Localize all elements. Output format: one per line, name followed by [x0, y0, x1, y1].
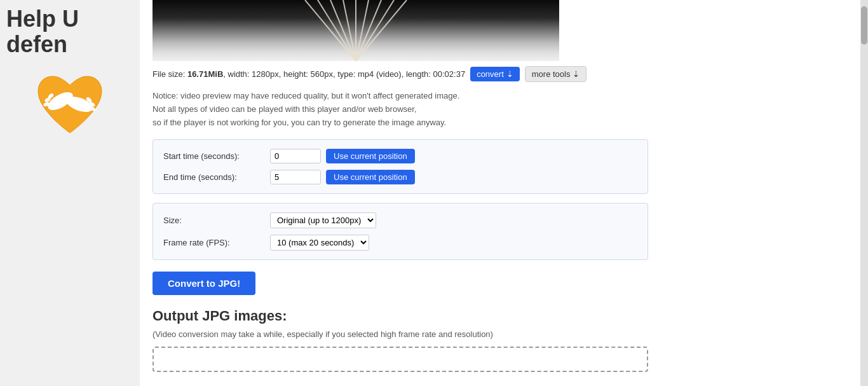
- notice-line3: so if the player is not working for you,…: [153, 116, 848, 130]
- heart-logo: [29, 63, 111, 146]
- output-section: Output JPG images: (Video conversion may…: [153, 308, 848, 372]
- svg-line-14: [356, 0, 381, 61]
- convert-down-icon: ⇣: [506, 69, 513, 79]
- scrollbar[interactable]: [860, 0, 868, 386]
- file-info-text: File size: 16.71MiB, width: 1280px, heig…: [153, 69, 465, 79]
- more-tools-down-icon: ⇣: [573, 69, 580, 79]
- start-time-input[interactable]: [270, 149, 321, 163]
- convert-button-label: convert: [477, 69, 504, 79]
- start-time-row: Start time (seconds): Use current positi…: [163, 149, 637, 163]
- size-fps-settings-panel: Size: Original (up to 1200px) Small (up …: [153, 203, 648, 260]
- scrollbar-thumb[interactable]: [861, 6, 867, 45]
- time-settings-panel: Start time (seconds): Use current positi…: [153, 139, 648, 194]
- start-time-use-position-button[interactable]: Use current position: [326, 149, 415, 163]
- file-size: 16.71MiB: [187, 69, 223, 79]
- size-row: Size: Original (up to 1200px) Small (up …: [163, 212, 637, 228]
- end-time-label: End time (seconds):: [163, 172, 265, 182]
- output-box: [153, 347, 648, 372]
- size-select[interactable]: Original (up to 1200px) Small (up to 400…: [270, 212, 376, 228]
- left-sidebar: Help U defen: [0, 0, 140, 386]
- video-preview: [153, 0, 559, 61]
- output-notice: (Video conversion may take a while, espe…: [153, 329, 848, 339]
- start-time-label: Start time (seconds):: [163, 151, 265, 161]
- notice-line2: Not all types of video can be played wit…: [153, 103, 848, 116]
- output-title: Output JPG images:: [153, 308, 848, 324]
- notice-line1: Notice: video preview may have reduced q…: [153, 90, 848, 103]
- end-time-use-position-button[interactable]: Use current position: [326, 170, 415, 184]
- video-thumbnail-graphic: [292, 0, 419, 61]
- fps-select[interactable]: 1 (max 2 minutes) 5 (max 1 minute) 10 (m…: [270, 235, 369, 251]
- sidebar-headline-line2: defen: [6, 32, 140, 57]
- notice-box: Notice: video preview may have reduced q…: [153, 90, 848, 129]
- end-time-input[interactable]: [270, 170, 321, 184]
- svg-line-16: [356, 0, 407, 61]
- fps-label: Frame rate (FPS):: [163, 238, 265, 247]
- svg-line-10: [330, 0, 356, 61]
- more-tools-button[interactable]: more tools ⇣: [525, 66, 587, 82]
- main-content: File size: 16.71MiB, width: 1280px, heig…: [140, 0, 860, 386]
- convert-to-jpg-button[interactable]: Convert to JPG!: [153, 272, 255, 295]
- more-tools-label: more tools: [532, 69, 571, 79]
- end-time-row: End time (seconds): Use current position: [163, 170, 637, 184]
- fps-row: Frame rate (FPS): 1 (max 2 minutes) 5 (m…: [163, 235, 637, 251]
- svg-line-8: [305, 0, 356, 61]
- sidebar-headline: Help U defen: [0, 6, 140, 57]
- size-label: Size:: [163, 216, 265, 225]
- file-info-row: File size: 16.71MiB, width: 1280px, heig…: [153, 66, 848, 82]
- sidebar-headline-line1: Help U: [6, 6, 140, 32]
- convert-button[interactable]: convert ⇣: [470, 67, 520, 81]
